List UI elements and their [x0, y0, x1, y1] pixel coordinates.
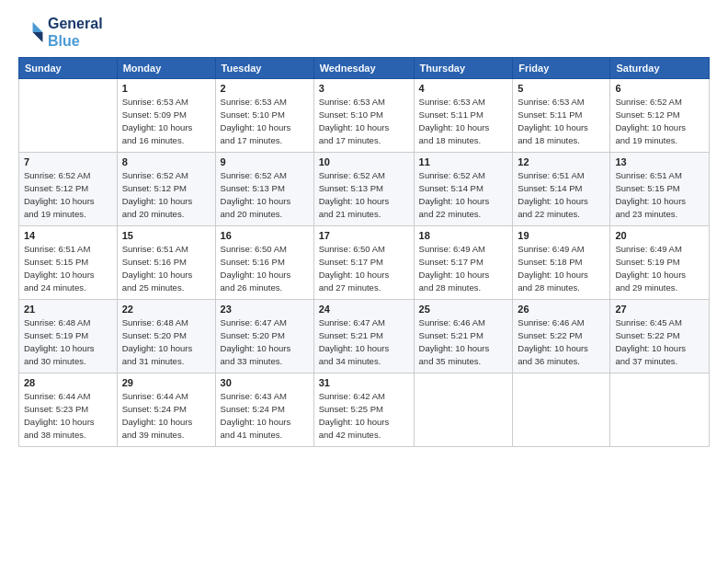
day-info: Sunrise: 6:52 AMSunset: 5:14 PMDaylight:…: [419, 169, 508, 220]
calendar-cell: 6Sunrise: 6:52 AMSunset: 5:12 PMDaylight…: [610, 79, 710, 153]
calendar-cell: 2Sunrise: 6:53 AMSunset: 5:10 PMDaylight…: [215, 79, 313, 153]
calendar-cell: 19Sunrise: 6:49 AMSunset: 5:18 PMDayligh…: [513, 226, 610, 300]
day-info: Sunrise: 6:47 AMSunset: 5:21 PMDaylight:…: [319, 316, 409, 367]
calendar-cell: 15Sunrise: 6:51 AMSunset: 5:16 PMDayligh…: [117, 226, 215, 300]
calendar-cell: 4Sunrise: 6:53 AMSunset: 5:11 PMDaylight…: [414, 79, 513, 153]
calendar-week-3: 14Sunrise: 6:51 AMSunset: 5:15 PMDayligh…: [19, 226, 710, 300]
calendar-cell: 5Sunrise: 6:53 AMSunset: 5:11 PMDaylight…: [513, 79, 610, 153]
day-info: Sunrise: 6:53 AMSunset: 5:10 PMDaylight:…: [319, 96, 409, 146]
day-info: Sunrise: 6:46 AMSunset: 5:22 PMDaylight:…: [518, 316, 605, 367]
calendar-week-1: 1Sunrise: 6:53 AMSunset: 5:09 PMDaylight…: [19, 79, 710, 153]
calendar-header-tuesday: Tuesday: [215, 58, 313, 79]
day-info: Sunrise: 6:52 AMSunset: 5:13 PMDaylight:…: [221, 169, 309, 220]
calendar-cell: 21Sunrise: 6:48 AMSunset: 5:19 PMDayligh…: [19, 300, 118, 373]
day-info: Sunrise: 6:51 AMSunset: 5:14 PMDaylight:…: [518, 169, 605, 220]
day-info: Sunrise: 6:44 AMSunset: 5:23 PMDaylight:…: [24, 390, 112, 441]
logo: General Blue: [18, 15, 103, 50]
calendar-cell: 10Sunrise: 6:52 AMSunset: 5:13 PMDayligh…: [313, 153, 414, 226]
logo-text: General Blue: [48, 15, 103, 50]
day-info: Sunrise: 6:44 AMSunset: 5:24 PMDaylight:…: [122, 390, 210, 441]
calendar-header-wednesday: Wednesday: [313, 58, 414, 79]
day-number: 20: [615, 230, 704, 241]
day-number: 25: [419, 304, 508, 315]
day-number: 18: [419, 230, 508, 241]
day-info: Sunrise: 6:53 AMSunset: 5:10 PMDaylight:…: [221, 96, 309, 146]
calendar-cell: 7Sunrise: 6:52 AMSunset: 5:12 PMDaylight…: [19, 153, 118, 226]
page: General Blue SundayMondayTuesdayWednesda…: [0, 0, 728, 563]
day-info: Sunrise: 6:52 AMSunset: 5:12 PMDaylight:…: [122, 169, 210, 220]
day-info: Sunrise: 6:53 AMSunset: 5:11 PMDaylight:…: [518, 96, 605, 146]
day-number: 31: [319, 377, 409, 388]
calendar-header-saturday: Saturday: [610, 58, 710, 79]
calendar-cell: [513, 373, 610, 447]
calendar-cell: 27Sunrise: 6:45 AMSunset: 5:22 PMDayligh…: [610, 300, 710, 373]
day-number: 6: [615, 83, 704, 94]
day-info: Sunrise: 6:47 AMSunset: 5:20 PMDaylight:…: [221, 316, 309, 367]
day-number: 7: [24, 156, 112, 167]
day-number: 11: [419, 156, 508, 167]
day-number: 30: [221, 377, 309, 388]
day-number: 24: [319, 304, 409, 315]
calendar-header-row: SundayMondayTuesdayWednesdayThursdayFrid…: [19, 58, 710, 79]
day-number: 15: [122, 230, 210, 241]
calendar-cell: 30Sunrise: 6:43 AMSunset: 5:24 PMDayligh…: [215, 373, 313, 447]
day-info: Sunrise: 6:48 AMSunset: 5:20 PMDaylight:…: [122, 316, 210, 367]
calendar-cell: 23Sunrise: 6:47 AMSunset: 5:20 PMDayligh…: [215, 300, 313, 373]
day-info: Sunrise: 6:42 AMSunset: 5:25 PMDaylight:…: [319, 390, 409, 441]
day-number: 27: [615, 304, 704, 315]
day-info: Sunrise: 6:49 AMSunset: 5:17 PMDaylight:…: [419, 243, 508, 293]
logo-icon: [18, 19, 44, 45]
day-number: 1: [122, 83, 210, 94]
day-info: Sunrise: 6:52 AMSunset: 5:12 PMDaylight:…: [24, 169, 112, 220]
day-number: 28: [24, 377, 112, 388]
calendar-cell: 28Sunrise: 6:44 AMSunset: 5:23 PMDayligh…: [19, 373, 118, 447]
day-info: Sunrise: 6:51 AMSunset: 5:16 PMDaylight:…: [122, 243, 210, 293]
calendar-header-thursday: Thursday: [414, 58, 513, 79]
day-info: Sunrise: 6:50 AMSunset: 5:17 PMDaylight:…: [319, 243, 409, 293]
calendar-cell: 29Sunrise: 6:44 AMSunset: 5:24 PMDayligh…: [117, 373, 215, 447]
day-info: Sunrise: 6:45 AMSunset: 5:22 PMDaylight:…: [615, 316, 704, 367]
calendar-cell: 3Sunrise: 6:53 AMSunset: 5:10 PMDaylight…: [313, 79, 414, 153]
day-info: Sunrise: 6:49 AMSunset: 5:18 PMDaylight:…: [518, 243, 605, 293]
calendar-cell: 18Sunrise: 6:49 AMSunset: 5:17 PMDayligh…: [414, 226, 513, 300]
svg-marker-1: [33, 32, 43, 42]
day-number: 5: [518, 83, 605, 94]
day-info: Sunrise: 6:46 AMSunset: 5:21 PMDaylight:…: [419, 316, 508, 367]
day-number: 4: [419, 83, 508, 94]
header: General Blue: [18, 15, 710, 50]
calendar-week-2: 7Sunrise: 6:52 AMSunset: 5:12 PMDaylight…: [19, 153, 710, 226]
day-number: 2: [221, 83, 309, 94]
day-info: Sunrise: 6:53 AMSunset: 5:09 PMDaylight:…: [122, 96, 210, 146]
day-number: 23: [221, 304, 309, 315]
calendar-cell: 26Sunrise: 6:46 AMSunset: 5:22 PMDayligh…: [513, 300, 610, 373]
calendar-header-sunday: Sunday: [19, 58, 118, 79]
calendar-cell: 24Sunrise: 6:47 AMSunset: 5:21 PMDayligh…: [313, 300, 414, 373]
day-number: 19: [518, 230, 605, 241]
calendar: SundayMondayTuesdayWednesdayThursdayFrid…: [18, 57, 710, 447]
day-number: 3: [319, 83, 409, 94]
calendar-cell: 25Sunrise: 6:46 AMSunset: 5:21 PMDayligh…: [414, 300, 513, 373]
calendar-cell: 13Sunrise: 6:51 AMSunset: 5:15 PMDayligh…: [610, 153, 710, 226]
calendar-cell: 17Sunrise: 6:50 AMSunset: 5:17 PMDayligh…: [313, 226, 414, 300]
day-info: Sunrise: 6:53 AMSunset: 5:11 PMDaylight:…: [419, 96, 508, 146]
day-number: 13: [615, 156, 704, 167]
calendar-cell: 11Sunrise: 6:52 AMSunset: 5:14 PMDayligh…: [414, 153, 513, 226]
calendar-cell: 14Sunrise: 6:51 AMSunset: 5:15 PMDayligh…: [19, 226, 118, 300]
day-info: Sunrise: 6:49 AMSunset: 5:19 PMDaylight:…: [615, 243, 704, 293]
calendar-cell: [414, 373, 513, 447]
day-info: Sunrise: 6:48 AMSunset: 5:19 PMDaylight:…: [24, 316, 112, 367]
day-info: Sunrise: 6:50 AMSunset: 5:16 PMDaylight:…: [221, 243, 309, 293]
calendar-cell: [610, 373, 710, 447]
calendar-week-4: 21Sunrise: 6:48 AMSunset: 5:19 PMDayligh…: [19, 300, 710, 373]
day-number: 12: [518, 156, 605, 167]
calendar-header-friday: Friday: [513, 58, 610, 79]
day-number: 14: [24, 230, 112, 241]
day-number: 8: [122, 156, 210, 167]
calendar-header-monday: Monday: [117, 58, 215, 79]
day-number: 22: [122, 304, 210, 315]
calendar-cell: 1Sunrise: 6:53 AMSunset: 5:09 PMDaylight…: [117, 79, 215, 153]
day-number: 29: [122, 377, 210, 388]
day-number: 21: [24, 304, 112, 315]
day-number: 17: [319, 230, 409, 241]
calendar-cell: 22Sunrise: 6:48 AMSunset: 5:20 PMDayligh…: [117, 300, 215, 373]
